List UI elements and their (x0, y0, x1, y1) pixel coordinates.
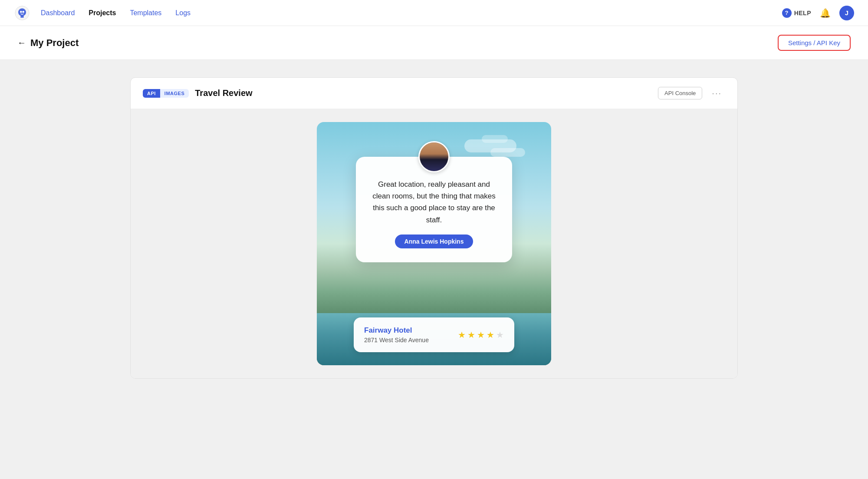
page-title[interactable]: ← My Project (17, 37, 79, 49)
star-1-icon: ★ (458, 330, 466, 340)
nav-dashboard[interactable]: Dashboard (41, 9, 75, 17)
card-title: Travel Review (195, 88, 652, 98)
reviewer-avatar (418, 141, 450, 172)
nav-templates[interactable]: Templates (130, 9, 161, 17)
api-console-button[interactable]: API Console (658, 87, 702, 99)
notifications-bell-icon[interactable]: 🔔 (820, 8, 831, 18)
badge-api: API (143, 89, 160, 98)
hotel-stars: ★ ★ ★ ★ ★ (458, 330, 504, 340)
card-header: API IMAGES Travel Review API Console ··· (131, 78, 737, 109)
hotel-box: Fairway Hotel 2871 West Side Avenue ★ ★ … (354, 317, 514, 352)
travel-image: Great location, really pleasant and clea… (317, 122, 551, 365)
hotel-address: 2871 West Side Avenue (364, 337, 429, 344)
reviewer-name-badge: Anna Lewis Hopkins (395, 235, 473, 248)
help-icon: ? (782, 8, 792, 18)
project-title-text: My Project (30, 37, 79, 49)
badge-group: API IMAGES (143, 89, 189, 98)
back-arrow-icon[interactable]: ← (17, 38, 26, 48)
star-3-icon: ★ (477, 330, 485, 340)
nav-projects[interactable]: Projects (89, 9, 116, 17)
hotel-details: Fairway Hotel 2871 West Side Avenue (364, 326, 429, 344)
settings-api-key-button[interactable]: Settings / API Key (778, 35, 851, 51)
hotel-name: Fairway Hotel (364, 326, 429, 335)
help-button[interactable]: ? HELP (782, 8, 811, 18)
svg-point-1 (20, 11, 22, 13)
hotel-info-row: Fairway Hotel 2871 West Side Avenue ★ ★ … (364, 326, 504, 344)
user-avatar[interactable]: J (839, 6, 854, 20)
image-wrapper: Great location, really pleasant and clea… (131, 109, 737, 378)
page-header: ← My Project Settings / API Key (0, 26, 868, 60)
card-body: Great location, really pleasant and clea… (131, 109, 737, 378)
svg-point-2 (22, 11, 24, 13)
nav-logs[interactable]: Logs (175, 9, 191, 17)
navbar: Dashboard Projects Templates Logs ? HELP… (0, 0, 868, 26)
project-card: API IMAGES Travel Review API Console ··· (130, 77, 738, 379)
navbar-right: ? HELP 🔔 J (782, 6, 854, 20)
star-5-icon: ★ (496, 330, 504, 340)
more-options-icon[interactable]: ··· (708, 86, 725, 100)
badge-images: IMAGES (160, 89, 189, 98)
star-4-icon: ★ (487, 330, 494, 340)
navbar-links: Dashboard Projects Templates Logs (41, 9, 191, 17)
star-2-icon: ★ (467, 330, 475, 340)
main-content: API IMAGES Travel Review API Console ··· (0, 60, 868, 479)
review-text: Great location, really pleasant and clea… (370, 178, 498, 226)
review-box: Great location, really pleasant and clea… (356, 157, 512, 262)
help-label: HELP (794, 10, 811, 17)
app-logo[interactable] (14, 5, 30, 21)
